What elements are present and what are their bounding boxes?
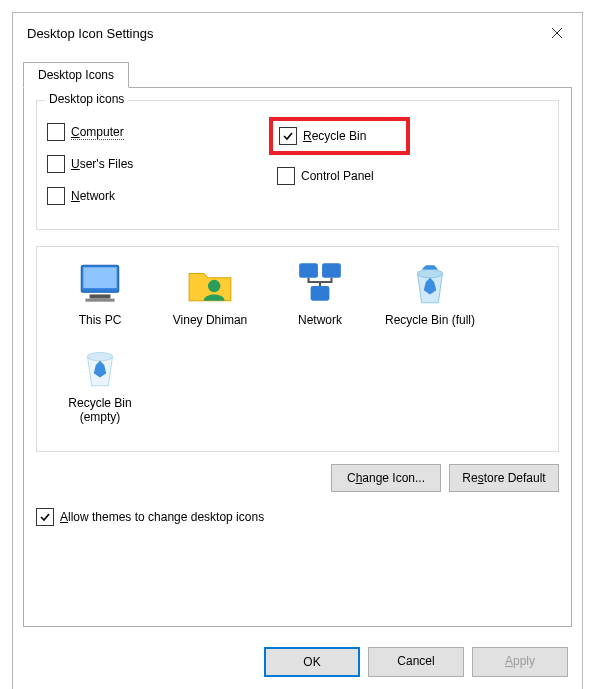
icon-label: Network [298,313,342,327]
dialog-window: Desktop Icon Settings Desktop Icons Desk… [12,12,583,689]
checkbox-box [36,508,54,526]
svg-rect-3 [85,299,114,302]
svg-point-8 [418,269,443,277]
apply-button[interactable]: Apply [472,647,568,677]
dialog-button-row: OK Cancel Apply [13,637,582,689]
checkbox-label: Network [71,189,115,203]
svg-rect-5 [299,263,318,278]
network-icon [295,259,345,309]
recycle-bin-full-icon [405,259,455,309]
checkbox-label: Computer [71,125,124,140]
icon-label: Recycle Bin (empty) [50,396,150,425]
svg-rect-6 [322,263,341,278]
cancel-button[interactable]: Cancel [368,647,464,677]
checkbox-box [47,155,65,173]
checkbox-label: Allow themes to change desktop icons [60,510,264,524]
icon-recycle-bin-empty[interactable]: Recycle Bin (empty) [45,342,155,431]
checkbox-users-files[interactable]: User's Files [47,155,277,173]
icon-this-pc[interactable]: This PC [45,259,155,334]
icon-label: Recycle Bin (full) [385,313,475,327]
tab-content: Desktop icons Computer User's Files Netw… [23,87,572,627]
close-button[interactable] [532,13,582,53]
svg-rect-2 [90,294,111,298]
checkbox-allow-themes[interactable]: Allow themes to change desktop icons [36,508,559,526]
window-title: Desktop Icon Settings [27,26,153,41]
ok-button[interactable]: OK [264,647,360,677]
icon-network[interactable]: Network [265,259,375,334]
svg-rect-7 [311,286,330,301]
user-folder-icon [185,259,235,309]
recycle-bin-empty-icon [75,342,125,392]
icon-label: This PC [79,313,122,327]
icon-user-folder[interactable]: Viney Dhiman [155,259,265,334]
tab-desktop-icons[interactable]: Desktop Icons [23,62,129,88]
group-legend: Desktop icons [45,92,128,106]
highlight-recycle-bin: Recycle Bin [269,117,410,155]
checkbox-network[interactable]: Network [47,187,277,205]
icon-buttons-row: Change Icon... Restore Default [36,464,559,492]
checkbox-recycle-bin[interactable]: Recycle Bin [279,127,366,145]
checkbox-grid: Computer User's Files Network [47,119,548,219]
checkbox-box [47,187,65,205]
change-icon-button[interactable]: Change Icon... [331,464,441,492]
checkbox-label: User's Files [71,157,133,171]
svg-point-4 [208,280,221,293]
svg-rect-1 [83,267,116,288]
checkbox-box [47,123,65,141]
checkbox-box [277,167,295,185]
title-bar: Desktop Icon Settings [13,13,582,53]
checkbox-label: Recycle Bin [303,129,366,143]
checkbox-box [279,127,297,145]
close-icon [551,27,563,39]
checkbox-label: Control Panel [301,169,374,183]
tab-bar: Desktop Icons [13,53,582,87]
icon-label: Viney Dhiman [173,313,247,327]
group-desktop-icons: Desktop icons Computer User's Files Netw… [36,100,559,230]
icon-recycle-bin-full[interactable]: Recycle Bin (full) [375,259,485,334]
checkbox-control-panel[interactable]: Control Panel [277,167,548,185]
this-pc-icon [75,259,125,309]
icon-list[interactable]: This PC Viney Dhiman Network [36,246,559,452]
svg-point-9 [88,352,113,360]
checkbox-computer[interactable]: Computer [47,123,277,141]
restore-default-button[interactable]: Restore Default [449,464,559,492]
